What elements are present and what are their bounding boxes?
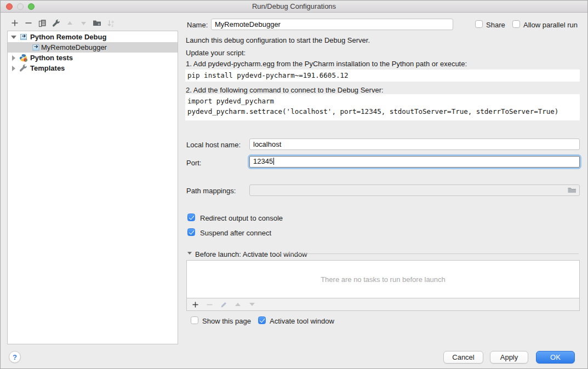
expand-collapse-icon[interactable] <box>12 66 15 71</box>
tree-item-label: Python tests <box>30 54 73 62</box>
local-host-name-input[interactable]: localhost <box>249 139 580 150</box>
port-input-focus-ring: 12345 <box>248 154 581 169</box>
empty-task-message: There are no tasks to run before launch <box>187 261 579 298</box>
port-label: Port: <box>186 159 201 167</box>
port-value: 12345 <box>253 157 273 165</box>
add-task-icon[interactable] <box>191 300 199 309</box>
expand-collapse-icon[interactable] <box>11 36 16 39</box>
edit-templates-wrench-icon[interactable] <box>52 19 60 27</box>
titlebar[interactable]: Run/Debug Configurations <box>1 1 587 13</box>
remote-debug-config-icon <box>32 44 40 53</box>
show-this-page-checkbox[interactable] <box>191 316 198 324</box>
window-title: Run/Debug Configurations <box>1 1 587 13</box>
remove-configuration-icon[interactable] <box>24 19 33 27</box>
tree-item-label: Templates <box>30 64 65 72</box>
minimize-window-button <box>17 3 24 10</box>
port-input[interactable]: 12345 <box>249 156 580 168</box>
svg-text:z: z <box>111 24 113 27</box>
apply-button[interactable]: Apply <box>490 351 528 364</box>
task-list-toolbar <box>187 298 579 310</box>
help-button[interactable]: ? <box>9 351 21 363</box>
instruction-update: Update your script: <box>186 49 246 57</box>
move-up-icon <box>65 19 74 27</box>
new-folder-icon[interactable] <box>93 19 101 27</box>
tree-item-label: Python Remote Debug <box>30 33 106 41</box>
templates-wrench-icon <box>19 64 27 74</box>
allow-parallel-run-checkbox[interactable] <box>512 20 520 28</box>
suspend-after-connect-checkbox[interactable] <box>187 228 195 236</box>
settrace-code-line2: pydevd_pycharm.settrace('localhost', por… <box>187 107 558 116</box>
python-tests-icon <box>19 54 27 64</box>
configurations-tree: Python Remote Debug MyRemoteDebugger Pyt… <box>7 31 178 344</box>
suspend-after-connect-label[interactable]: Suspend after connect <box>200 229 271 237</box>
tree-item-myremotedebugger[interactable]: MyRemoteDebugger <box>8 42 178 53</box>
share-label[interactable]: Share <box>486 21 505 29</box>
zoom-window-button[interactable] <box>28 3 35 10</box>
name-label: Name: <box>187 21 208 29</box>
copy-configuration-icon[interactable] <box>38 19 47 27</box>
before-launch-task-list: There are no tasks to run before launch <box>186 260 580 311</box>
move-task-up-icon <box>233 300 242 309</box>
tree-item-templates[interactable]: Templates <box>8 63 178 73</box>
allow-parallel-run-label[interactable]: Allow parallel run <box>523 21 578 29</box>
redirect-output-label[interactable]: Redirect output to console <box>200 214 283 222</box>
name-input[interactable]: MyRemoteDebugger <box>211 19 453 30</box>
local-host-name-label: Local host name: <box>186 141 241 149</box>
browse-folder-icon[interactable] <box>567 186 576 196</box>
sort-alphabetically-icon: az <box>106 19 115 27</box>
close-window-button[interactable] <box>6 3 13 10</box>
tree-item-python-tests[interactable]: Python tests <box>8 53 178 63</box>
tree-item-label: MyRemoteDebugger <box>41 43 107 51</box>
instruction-step1: 1. Add pydevd-pycharm.egg from the PyCha… <box>186 60 467 68</box>
remove-task-icon <box>205 300 214 309</box>
svg-text:a: a <box>111 19 113 23</box>
text-caret <box>273 158 274 165</box>
edit-task-pencil-icon <box>219 300 228 309</box>
show-this-page-label[interactable]: Show this page <box>202 317 251 325</box>
path-mappings-label: Path mappings: <box>186 187 236 195</box>
cancel-button[interactable]: Cancel <box>443 351 483 364</box>
instruction-intro: Launch this debug configuration to start… <box>186 36 370 44</box>
ok-button[interactable]: OK <box>536 351 575 364</box>
move-task-down-icon <box>248 300 256 309</box>
before-launch-collapse-icon[interactable] <box>187 252 192 255</box>
expand-collapse-icon[interactable] <box>12 55 15 61</box>
configurations-toolbar: az <box>10 19 120 27</box>
tree-item-python-remote-debug[interactable]: Python Remote Debug <box>8 32 178 42</box>
remote-debug-config-icon <box>19 33 28 43</box>
move-down-icon <box>79 19 88 27</box>
activate-tool-window-label[interactable]: Activate tool window <box>270 317 334 325</box>
settrace-code[interactable]: import pydevd_pycharmpydevd_pycharm.sett… <box>185 94 580 120</box>
run-debug-configurations-dialog: Run/Debug Configurations az <box>0 0 588 369</box>
redirect-output-checkbox[interactable] <box>187 214 195 221</box>
settrace-code-line1: import pydevd_pycharm <box>187 97 274 105</box>
pip-install-code[interactable]: pip install pydevd-pycharm~=191.6605.12 <box>185 70 580 82</box>
activate-tool-window-checkbox[interactable] <box>258 316 266 324</box>
add-configuration-icon[interactable] <box>10 19 19 27</box>
path-mappings-input[interactable] <box>249 184 580 196</box>
before-launch-title[interactable]: Before launch: Activate tool window <box>195 250 307 258</box>
before-launch-rule <box>276 253 579 254</box>
instruction-step2: 2. Add the following command to connect … <box>186 86 384 94</box>
share-checkbox[interactable] <box>475 20 483 28</box>
